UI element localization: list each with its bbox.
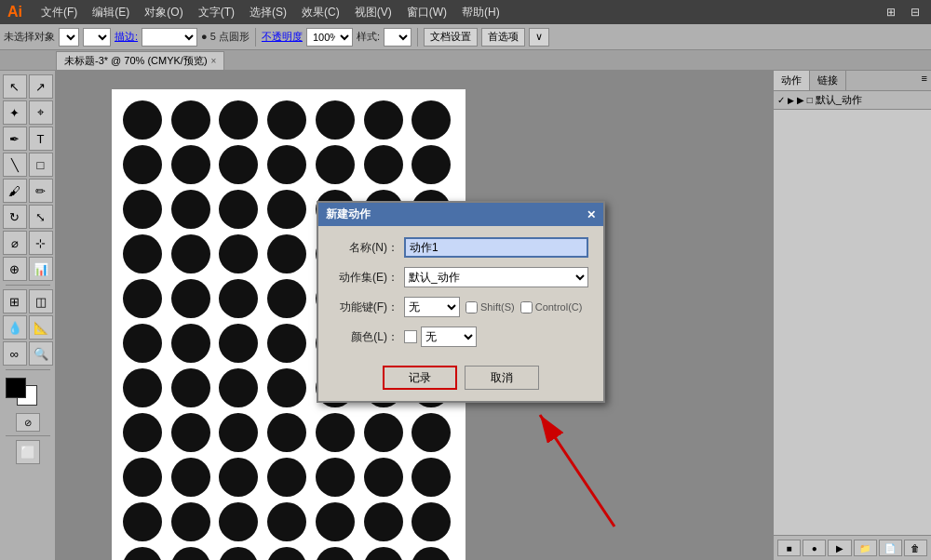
select-tool[interactable]: ↖ — [3, 74, 27, 99]
record-btn[interactable]: ● — [803, 540, 826, 556]
dialog-titlebar: 新建动作 ✕ — [318, 203, 603, 226]
name-label: 名称(N)： — [333, 240, 398, 256]
dot — [123, 458, 162, 497]
dot — [171, 279, 210, 318]
measure-tool[interactable]: 📐 — [29, 315, 53, 340]
dot — [316, 145, 355, 184]
foreground-color[interactable] — [6, 378, 26, 398]
action-expand-icon[interactable]: ▶ — [788, 96, 794, 105]
color-dropdown[interactable]: 无 — [421, 327, 477, 347]
menu-help[interactable]: 帮助(H) — [454, 0, 507, 24]
graph-tool[interactable]: 📊 — [29, 257, 53, 281]
cancel-action-btn[interactable]: 取消 — [465, 366, 539, 390]
dialog-close-btn[interactable]: ✕ — [587, 208, 596, 221]
dot — [364, 458, 403, 497]
panel-footer: ■ ● ▶ 📁 📄 🗑 — [774, 535, 931, 560]
tab-close-btn[interactable]: × — [211, 56, 217, 66]
warp-tool[interactable]: ⌀ — [3, 231, 27, 255]
stroke-link[interactable]: 描边: — [115, 30, 138, 44]
dialog-title: 新建动作 — [326, 207, 371, 222]
actions-tab[interactable]: 动作 — [774, 71, 810, 90]
dot — [316, 547, 355, 560]
dot — [364, 145, 403, 184]
lasso-tool[interactable]: ⌖ — [29, 100, 53, 125]
new-folder-btn[interactable]: 📁 — [854, 540, 877, 556]
shift-checkbox-label[interactable]: Shift(S) — [466, 301, 515, 313]
panel-menu-btn[interactable]: ≡ — [918, 71, 931, 90]
mesh-tool[interactable]: ⊞ — [3, 289, 27, 313]
menu-bar: Ai 文件(F) 编辑(E) 对象(O) 文字(T) 选择(S) 效果(C) 视… — [0, 0, 931, 24]
opacity-dropdown[interactable]: 100% — [306, 28, 353, 47]
action-set-dropdown[interactable]: 默认_动作 — [404, 267, 588, 287]
selection-dropdown[interactable] — [59, 28, 79, 47]
magic-wand-tool[interactable]: ✦ — [3, 100, 27, 125]
opacity-link[interactable]: 不透明度 — [262, 30, 303, 44]
menu-text[interactable]: 文字(T) — [191, 0, 242, 24]
symbol-tool[interactable]: ⊕ — [3, 257, 27, 281]
scale-tool[interactable]: ⤡ — [29, 205, 53, 229]
new-action-btn[interactable]: 📄 — [879, 540, 902, 556]
menu-extra1[interactable]: ⊞ — [879, 0, 903, 24]
instruction-arrow — [493, 378, 680, 545]
name-input[interactable] — [404, 237, 588, 258]
dot — [219, 100, 258, 140]
blend-tool[interactable]: ∞ — [3, 341, 27, 366]
text-tool[interactable]: T — [29, 127, 53, 151]
dot — [219, 502, 258, 541]
play-btn[interactable]: ▶ — [828, 540, 851, 556]
dialog-function-key-row: 功能键(F)： 无 Shift(S) Control(C) — [333, 297, 588, 317]
new-action-dialog[interactable]: 新建动作 ✕ 名称(N)： 动作集(E)： 默认_动作 功能键(F)： 无 — [317, 201, 605, 403]
menu-object[interactable]: 对象(O) — [137, 0, 190, 24]
menu-select[interactable]: 选择(S) — [242, 0, 294, 24]
menu-edit[interactable]: 编辑(E) — [85, 0, 137, 24]
menu-extra2[interactable]: ⊟ — [903, 0, 927, 24]
menu-view[interactable]: 视图(V) — [347, 0, 399, 24]
action-set-label: 动作集(E)： — [333, 270, 398, 286]
control-checkbox-label[interactable]: Control(C) — [520, 301, 583, 313]
document-tab[interactable]: 未标题-3* @ 70% (CMYK/预览) × — [56, 51, 224, 70]
stroke-dropdown[interactable] — [142, 28, 197, 47]
function-key-dropdown[interactable]: 无 — [404, 297, 460, 317]
pencil-tool[interactable]: ✏ — [29, 179, 53, 203]
zoom-tool[interactable]: 🔍 — [29, 341, 53, 366]
paintbrush-tool[interactable]: 🖌 — [3, 179, 27, 203]
eyedropper-tool[interactable]: 💧 — [3, 315, 27, 340]
rotate-tool[interactable]: ↻ — [3, 205, 27, 229]
direct-select-tool[interactable]: ↗ — [29, 74, 53, 99]
menu-window[interactable]: 窗口(W) — [399, 0, 454, 24]
dot — [267, 547, 306, 560]
menu-effect[interactable]: 效果(C) — [294, 0, 347, 24]
style-dropdown[interactable] — [384, 28, 412, 47]
free-transform-tool[interactable]: ⊹ — [29, 231, 53, 255]
artboard-tool[interactable]: ⬜ — [16, 440, 40, 464]
extra-btn[interactable]: ∨ — [529, 28, 549, 47]
dot — [267, 502, 306, 541]
color-selector[interactable] — [6, 378, 50, 407]
dot — [219, 547, 258, 560]
separator2 — [417, 28, 418, 47]
links-tab[interactable]: 链接 — [810, 71, 846, 90]
dot — [219, 190, 258, 229]
none-color-btn[interactable]: ⊘ — [16, 413, 40, 432]
dot — [123, 368, 162, 407]
pen-tool[interactable]: ✒ — [3, 127, 27, 151]
tool-row-4: ╲ □ — [3, 153, 53, 177]
first-item-btn[interactable]: 首选项 — [481, 28, 525, 47]
rect-tool[interactable]: □ — [29, 153, 53, 177]
stop-btn[interactable]: ■ — [777, 540, 801, 556]
record-action-btn[interactable]: 记录 — [383, 366, 457, 390]
doc-settings-btn[interactable]: 文档设置 — [424, 28, 478, 47]
dot — [123, 413, 162, 452]
stroke-mode-dropdown[interactable] — [83, 28, 111, 47]
control-checkbox[interactable] — [520, 301, 533, 313]
delete-btn[interactable]: 🗑 — [904, 540, 927, 556]
menu-file[interactable]: 文件(F) — [34, 0, 85, 24]
line-tool[interactable]: ╲ — [3, 153, 27, 177]
dot — [267, 100, 306, 140]
shift-checkbox[interactable] — [466, 301, 478, 313]
dot — [219, 413, 258, 452]
gradient-tool[interactable]: ◫ — [29, 289, 53, 313]
dot — [267, 190, 306, 229]
dialog-color-row: 颜色(L)： 无 — [333, 327, 588, 347]
dot — [219, 234, 258, 273]
